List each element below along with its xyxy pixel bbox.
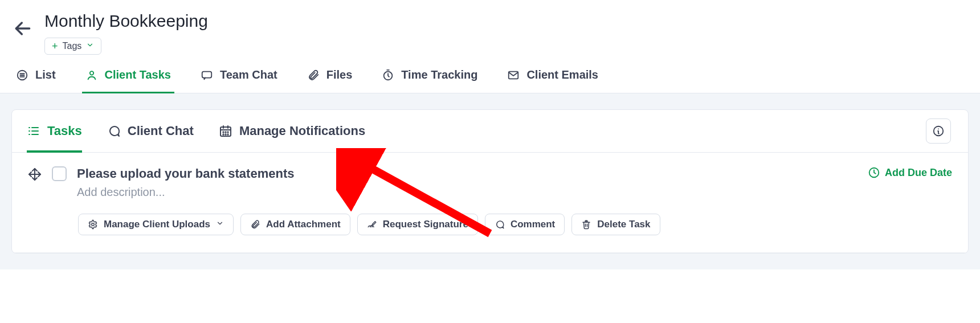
arrow-left-icon bbox=[11, 17, 34, 40]
gear-icon bbox=[88, 219, 98, 230]
signature-icon bbox=[367, 219, 377, 230]
svg-rect-2 bbox=[202, 71, 212, 77]
request-signature-button[interactable]: Request Signature bbox=[357, 214, 478, 235]
chevron-down-icon bbox=[216, 219, 224, 230]
tab-list[interactable]: List bbox=[16, 68, 56, 93]
subtabs: Tasks Client Chat Manage Notifications bbox=[12, 110, 968, 153]
info-button[interactable] bbox=[926, 118, 951, 144]
tab-label: List bbox=[35, 68, 56, 81]
svg-point-1 bbox=[89, 71, 93, 75]
add-due-date-button[interactable]: Add Due Date bbox=[868, 166, 952, 179]
svg-point-7 bbox=[225, 132, 226, 132]
svg-point-14 bbox=[92, 223, 95, 226]
back-button[interactable] bbox=[11, 17, 34, 40]
chip-label: Request Signature bbox=[383, 219, 468, 230]
task-title: Please upload your bank statements bbox=[77, 166, 294, 181]
task-description-input[interactable]: Add description... bbox=[77, 186, 294, 199]
drag-handle[interactable] bbox=[28, 167, 42, 181]
list-icon bbox=[16, 69, 28, 81]
stopwatch-icon bbox=[382, 69, 394, 81]
tab-team-chat[interactable]: Team Chat bbox=[201, 68, 277, 93]
tab-client-tasks[interactable]: Client Tasks bbox=[85, 68, 171, 93]
user-icon bbox=[85, 69, 98, 81]
chat-icon bbox=[107, 124, 121, 138]
title-column: Monthly Bookkeeping + Tags bbox=[44, 11, 208, 55]
tab-label: Client Tasks bbox=[105, 68, 171, 81]
subtab-tasks[interactable]: Tasks bbox=[27, 110, 82, 152]
task-actions: Manage Client Uploads Add Attachment Req… bbox=[78, 214, 952, 235]
subtab-label: Client Chat bbox=[128, 124, 194, 138]
svg-point-8 bbox=[227, 132, 228, 132]
panel-wrap: Tasks Client Chat Manage Notifications bbox=[0, 93, 980, 269]
primary-tabs: List Client Tasks Team Chat Files Time T… bbox=[0, 55, 980, 93]
due-label: Add Due Date bbox=[885, 167, 952, 179]
info-icon bbox=[932, 125, 945, 137]
chevron-down-icon bbox=[86, 41, 94, 51]
mail-icon bbox=[507, 69, 520, 81]
tags-label: Tags bbox=[63, 41, 82, 51]
chip-label: Manage Client Uploads bbox=[104, 219, 210, 230]
svg-point-9 bbox=[223, 134, 223, 134]
paperclip-icon bbox=[307, 69, 320, 81]
tab-label: Files bbox=[326, 68, 353, 81]
chat-icon bbox=[201, 69, 213, 81]
subtab-client-chat[interactable]: Client Chat bbox=[107, 110, 194, 152]
chip-label: Comment bbox=[511, 219, 555, 230]
tags-button[interactable]: + Tags bbox=[44, 38, 101, 55]
clock-icon bbox=[868, 166, 880, 179]
subtab-label: Tasks bbox=[47, 124, 82, 138]
add-attachment-button[interactable]: Add Attachment bbox=[240, 214, 350, 235]
svg-point-6 bbox=[223, 132, 223, 132]
chip-label: Add Attachment bbox=[266, 219, 341, 230]
calendar-icon bbox=[219, 124, 232, 138]
manage-client-uploads-button[interactable]: Manage Client Uploads bbox=[78, 214, 234, 235]
trash-icon bbox=[581, 219, 591, 230]
delete-task-button[interactable]: Delete Task bbox=[571, 214, 660, 235]
svg-point-10 bbox=[225, 134, 226, 134]
tab-client-emails[interactable]: Client Emails bbox=[507, 68, 598, 93]
tab-time-tracking[interactable]: Time Tracking bbox=[382, 68, 477, 93]
paperclip-icon bbox=[250, 219, 260, 230]
subtab-manage-notifications[interactable]: Manage Notifications bbox=[219, 110, 365, 152]
subtab-label: Manage Notifications bbox=[239, 124, 365, 138]
tasks-list-icon bbox=[27, 124, 40, 138]
svg-point-11 bbox=[227, 134, 228, 134]
tab-files[interactable]: Files bbox=[307, 68, 353, 93]
header: Monthly Bookkeeping + Tags bbox=[0, 0, 980, 55]
chat-icon bbox=[495, 219, 505, 230]
chip-label: Delete Task bbox=[597, 219, 650, 230]
panel: Tasks Client Chat Manage Notifications bbox=[11, 109, 969, 254]
comment-button[interactable]: Comment bbox=[485, 214, 565, 235]
tab-label: Client Emails bbox=[526, 68, 598, 81]
task-text: Please upload your bank statements Add d… bbox=[77, 166, 294, 199]
tab-label: Time Tracking bbox=[401, 68, 477, 81]
plus-icon: + bbox=[52, 41, 58, 51]
task-checkbox[interactable] bbox=[52, 166, 67, 181]
task-row: Please upload your bank statements Add d… bbox=[12, 153, 968, 253]
move-icon bbox=[28, 167, 42, 181]
tab-label: Team Chat bbox=[220, 68, 277, 81]
page-title: Monthly Bookkeeping bbox=[44, 11, 208, 31]
task-head: Please upload your bank statements Add d… bbox=[28, 166, 952, 199]
